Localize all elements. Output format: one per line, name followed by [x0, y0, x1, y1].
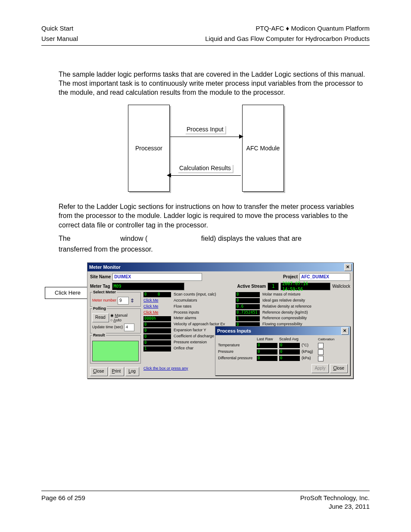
polling-group: Polling Read ◉ Manual ○ Auto Update time…	[90, 308, 141, 333]
site-name-field[interactable]: DUIMEX	[112, 273, 202, 281]
row-press-raw: 0	[257, 349, 277, 355]
hdr-scaled-avg: Scaled Avg	[279, 337, 300, 342]
ref-density-val: 0.7352451	[236, 310, 260, 315]
paragraph-3: The window ( field) displays the values …	[59, 234, 370, 243]
site-name-label: Site Name	[90, 274, 111, 280]
project-field[interactable]: AFC_DUIMEX	[299, 273, 350, 281]
header-right-bottom: Liquid and Gas Flow Computer for Hydroca…	[205, 34, 370, 43]
diagram-processor-label: Processor	[135, 144, 162, 152]
row-dp-raw: 0	[257, 356, 277, 361]
meter-monitor-window: Meter Monitor ✕ Site Name DUIMEX Project…	[87, 262, 353, 379]
process-inputs-link[interactable]: Click Me	[143, 310, 171, 315]
row-dp-avg: 0	[279, 356, 300, 361]
update-time-field[interactable]: 4	[124, 324, 134, 331]
read-button[interactable]: Read	[92, 313, 109, 322]
header-right-top: PTQ-AFC ♦ Modicon Quantum Platform	[256, 24, 370, 33]
diagram-process-input-label: Process Input	[185, 125, 225, 133]
rel-density-val: 0.6	[236, 304, 260, 309]
diagram-afc-label: AFC Module	[246, 144, 280, 152]
row-temp-avg: 0	[279, 343, 300, 348]
row-temp-raw: 0	[257, 343, 277, 348]
footer-date: June 23, 2011	[329, 502, 370, 511]
row-temp-label: Temperature	[218, 343, 255, 348]
row-dp-checkbox[interactable]	[318, 356, 324, 361]
meter-number-field[interactable]: 9	[118, 297, 129, 305]
select-meter-title: Select Meter	[92, 290, 117, 295]
meter-tag-field[interactable]: M09	[112, 283, 184, 290]
lbl-flow-rates: Flow rates	[174, 304, 233, 309]
screenshot-figure: Click Here Meter Monitor ✕ Site Name DUI…	[41, 259, 370, 384]
row-press-avg: 0	[279, 349, 300, 355]
meter-tag-label: Meter Tag	[90, 283, 110, 289]
meter-alarms-val: 0000h	[143, 316, 171, 321]
lbl-ideal-density: Ideal gas relative density	[262, 298, 323, 303]
header-left-top: Quick Start	[41, 24, 73, 33]
click-box-hint[interactable]: Click the box or press any	[143, 366, 171, 371]
lbl-ref-compress: Reference compressibility	[262, 316, 323, 321]
accumulators-link[interactable]: Click Me	[143, 298, 171, 303]
print-button[interactable]: Print	[109, 367, 124, 376]
close-icon[interactable]: ✕	[341, 327, 348, 334]
process-inputs-title: Process Inputs	[217, 328, 251, 334]
auto-radio[interactable]: ○ Auto	[110, 318, 128, 323]
lbl-ref-density: Reference density (kg/m3)	[262, 310, 323, 315]
header-left-bottom: User Manual	[41, 34, 78, 43]
footer-company: ProSoft Technology, Inc.	[300, 494, 370, 502]
result-display	[92, 341, 139, 361]
log-button[interactable]: Log	[125, 367, 139, 376]
meter-number-label: Meter number	[92, 298, 116, 303]
meter-monitor-titlebar: Meter Monitor ✕	[87, 263, 353, 271]
lbl-meter-alarms: Meter alarms	[174, 316, 233, 321]
manual-radio[interactable]: ◉ Manual	[110, 313, 128, 318]
result-group: Result	[90, 335, 141, 364]
ref-compress-val: 1	[236, 316, 260, 321]
paragraph-1: The sample ladder logic performs tasks t…	[59, 70, 370, 97]
select-meter-group: Select Meter Meter number 9 ⇕	[90, 292, 141, 307]
diagram-arrow-top	[170, 137, 241, 137]
paragraph-2: Refer to the Ladder Logic sections for i…	[59, 202, 370, 229]
wallclock-field: 2007-07-16 14:59:56	[280, 283, 330, 290]
meter-monitor-title: Meter Monitor	[89, 264, 121, 271]
diagram-processor-box: Processor	[128, 105, 170, 192]
scan-counts-val: 00	[143, 292, 171, 297]
close-button[interactable]: Close	[90, 367, 107, 376]
polling-title: Polling	[92, 306, 107, 311]
stepper-icon[interactable]: ⇕	[130, 299, 134, 302]
active-stream-field[interactable]: 1	[268, 283, 279, 290]
diagram-arrow-bottom	[170, 175, 241, 176]
process-inputs-titlebar: Process Inputs ✕	[215, 327, 350, 335]
apply-button[interactable]: Apply	[311, 364, 328, 373]
lbl-process-inputs: Process inputs	[174, 310, 233, 315]
wallclock-label: Wallclock	[332, 283, 350, 289]
molar-mass-val: 0	[236, 292, 260, 297]
diagram-arrowhead-right	[239, 134, 243, 139]
orifice-val: 1	[143, 346, 171, 352]
diagram-calc-results-label: Calculation Results	[177, 164, 233, 172]
active-stream-label: Active Stream	[237, 283, 266, 289]
row-press-checkbox[interactable]	[318, 349, 324, 355]
footer-rule	[41, 491, 370, 491]
diagram-arrowhead-left	[167, 173, 171, 177]
row-dp-label: Differential pressure	[218, 356, 255, 361]
cd-val: 0	[143, 334, 171, 339]
hdr-calibration: Calibration	[318, 337, 327, 342]
flow-rates-link[interactable]: Click Me	[143, 304, 171, 309]
ideal-density-val: 0	[236, 298, 260, 303]
footer-page: Page 66 of 259	[41, 494, 85, 502]
pext-val: 0	[143, 340, 171, 345]
paragraph-4: transferred from the processor.	[59, 245, 370, 254]
pi-close-button[interactable]: Close	[330, 364, 347, 373]
hdr-last-raw: Last Raw	[257, 337, 277, 342]
result-title: Result	[92, 333, 106, 338]
row-dp-unit: (kPa)	[302, 356, 316, 361]
project-label: Project	[283, 274, 298, 280]
y-val: 0	[143, 328, 171, 333]
diagram-afc-box: AFC Module	[242, 105, 284, 192]
update-time-label: Update time (sec)	[92, 325, 123, 330]
lbl-rel-density: Relative density at reference	[262, 304, 323, 309]
callout-click-here: Click Here	[45, 287, 90, 299]
row-temp-checkbox[interactable]	[318, 343, 324, 348]
flow-diagram: Processor AFC Module Process Input Calcu…	[128, 105, 283, 191]
row-temp-unit: (°C)	[302, 343, 316, 348]
close-icon[interactable]: ✕	[344, 264, 351, 271]
